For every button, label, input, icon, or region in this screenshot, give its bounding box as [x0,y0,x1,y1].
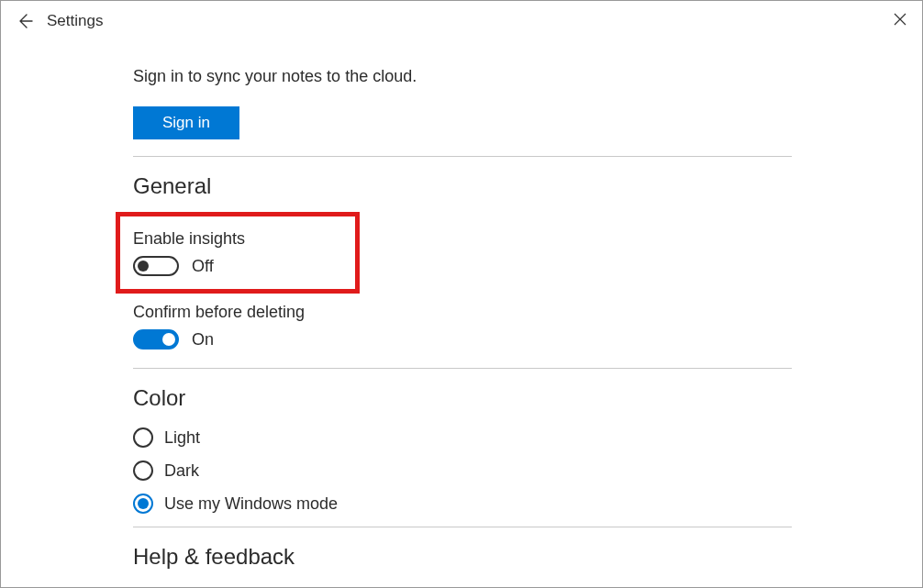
color-option-windows[interactable]: Use my Windows mode [133,494,799,514]
close-icon [894,13,906,26]
signin-message: Sign in to sync your notes to the cloud. [133,67,799,86]
confirm-delete-state: On [192,330,214,349]
divider [133,156,792,157]
enable-insights-state: Off [192,257,214,276]
confirm-delete-toggle[interactable] [133,329,179,349]
back-arrow-icon [16,12,34,30]
radio-icon [133,427,153,448]
color-option-dark-label: Dark [164,461,199,481]
color-option-light-label: Light [164,428,200,448]
section-heading-help: Help & feedback [133,544,799,570]
back-button[interactable] [12,8,38,34]
radio-icon [133,494,153,514]
divider [133,368,792,369]
toggle-knob-icon [138,261,149,272]
highlight-annotation: Enable insights Off [116,212,360,294]
radio-icon [133,460,153,481]
toggle-knob-icon [162,333,175,346]
close-button[interactable] [887,6,913,32]
enable-insights-toggle[interactable] [133,256,179,276]
page-title: Settings [47,12,103,30]
color-option-dark[interactable]: Dark [133,460,799,481]
section-heading-general: General [133,173,799,199]
enable-insights-label: Enable insights [133,229,245,249]
color-option-light[interactable]: Light [133,427,799,448]
signin-button[interactable]: Sign in [133,106,239,139]
confirm-delete-label: Confirm before deleting [133,303,799,322]
divider [133,527,792,527]
color-option-windows-label: Use my Windows mode [164,494,338,514]
section-heading-color: Color [133,385,799,411]
